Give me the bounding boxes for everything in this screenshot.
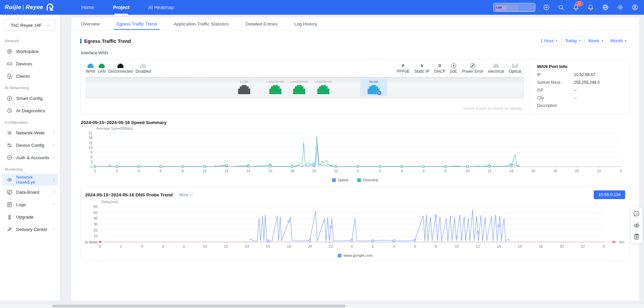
- legend-item-uplink[interactable]: Uplink: [332, 178, 348, 182]
- legend-label: Power Error: [462, 69, 483, 74]
- sidebar-item-label: Device Config: [16, 143, 44, 148]
- svg-text:18: 18: [287, 244, 291, 248]
- nav-item-home[interactable]: Home: [72, 0, 104, 15]
- tab-detailed-entries[interactable]: Detailed Entries: [245, 17, 278, 30]
- svg-text:22: 22: [334, 169, 338, 173]
- dns-probe-chart: Delay(ms)1020304050600246810121416182022…: [85, 199, 625, 253]
- svg-text:20: 20: [575, 169, 579, 173]
- more-button[interactable]: More ›: [177, 192, 193, 198]
- nav-item-ai-heatmap[interactable]: AI Heatmap: [139, 0, 183, 15]
- sidebar-item-label: Data-Board: [16, 190, 39, 195]
- svg-text:0: 0: [99, 244, 101, 248]
- sidebar-item-auth-accounts[interactable]: Auth & Accounts: [2, 151, 58, 164]
- port-lan0[interactable]: LAN0: [231, 80, 258, 94]
- svg-text:16: 16: [531, 169, 535, 173]
- devices-icon: [7, 61, 12, 67]
- svg-text:0: 0: [603, 244, 605, 248]
- bell-icon[interactable]: [587, 4, 594, 11]
- port-status-legend-wan: WAN: [86, 64, 95, 74]
- port-type-legend-pppoe: PPPPoE: [397, 63, 410, 74]
- dns-ip-button[interactable]: 10.55.0.134: [594, 190, 625, 199]
- sidebar-item-delivery-center[interactable]: Delivery Center: [2, 223, 58, 235]
- sidebar-item-devices[interactable]: Devices: [2, 58, 58, 70]
- port-lan3-wan1[interactable]: LAN3/WAN1: [310, 80, 337, 94]
- redacted-block: [507, 4, 535, 12]
- port-lan2-wan2[interactable]: LAN2/WAN2: [286, 80, 313, 94]
- legend-item-www-google-com[interactable]: www.google.com: [338, 253, 373, 257]
- time-range-today[interactable]: Today▼: [561, 36, 585, 46]
- smart-config-icon: [7, 96, 12, 101]
- info-label: Subnet Mask: [537, 80, 574, 85]
- nav-item-project[interactable]: Project: [104, 0, 139, 15]
- port-wan0[interactable]: WAN0D: [360, 78, 387, 96]
- svg-text:10: 10: [466, 169, 470, 173]
- port-lan1-wan3[interactable]: LAN1/WAN3: [262, 80, 289, 94]
- chevron-right-icon: [52, 178, 55, 181]
- wan-info-row-ip: IP10.52.56.57: [537, 72, 623, 77]
- tab-log-history[interactable]: Log History: [293, 17, 318, 30]
- scrollbar-thumb[interactable]: [52, 305, 345, 307]
- sidebar-item-workspace[interactable]: Workspace: [2, 45, 58, 57]
- letter-symbol: D: [438, 63, 441, 68]
- tab-application-traffic-statistics[interactable]: Application Traffic Statistics: [173, 17, 229, 30]
- sidebar-item-logs[interactable]: Logs: [2, 198, 58, 210]
- info-value: 10.52.56.57: [574, 72, 595, 77]
- svg-text:30: 30: [94, 222, 98, 226]
- legend-label: electrical: [488, 69, 504, 74]
- plus-circle-icon[interactable]: [543, 4, 550, 11]
- globe-icon[interactable]: [602, 4, 609, 11]
- tab-overview[interactable]: Overview: [80, 17, 100, 30]
- svg-text:14: 14: [245, 244, 249, 248]
- dhcp-badge: D: [377, 90, 382, 96]
- tab-egress-traffic-trend[interactable]: Egress Traffic Trend: [116, 17, 158, 30]
- chevron-right-icon: [52, 203, 55, 206]
- time-range-month[interactable]: Month▼: [607, 37, 630, 46]
- time-range-1-hour[interactable]: 1 Hour▼: [537, 37, 561, 46]
- svg-text:12: 12: [224, 169, 228, 173]
- sidebar-item-clients[interactable]: Clients: [2, 70, 58, 82]
- sidebar-item-smart-config[interactable]: Smart Config: [2, 92, 58, 104]
- sidebar-item-label: Clients: [16, 74, 30, 79]
- port-hint-text: Select a port to check its details.: [463, 106, 523, 111]
- sidebar-item-ai-diagnostics[interactable]: AIAI Diagnostics: [2, 105, 58, 117]
- svg-text:0: 0: [351, 244, 353, 248]
- svg-text:14: 14: [509, 169, 513, 173]
- svg-text:10: 10: [94, 234, 98, 238]
- legend-label: LAN: [98, 69, 106, 74]
- sidebar-item-label: Network-Wide: [16, 130, 45, 135]
- svg-text:0: 0: [94, 169, 96, 173]
- search-input[interactable]: LOG: [493, 3, 535, 12]
- project-selector[interactable]: TAC Reyee 14F: [4, 19, 56, 31]
- sidebar-item-device-config[interactable]: Device Config: [2, 139, 58, 151]
- user-icon[interactable]: [631, 4, 639, 11]
- svg-text:10: 10: [203, 169, 207, 173]
- svg-text:14: 14: [246, 169, 250, 173]
- speed-summary-title: 2024-05-15~2024-05-16 Speed Summary: [81, 120, 630, 125]
- sidebar-item-label: Upgrade: [16, 214, 34, 220]
- search-icon[interactable]: [557, 4, 565, 11]
- sidebar-item-data-board[interactable]: Data-Board: [2, 186, 58, 198]
- search-text: LOG: [496, 6, 502, 9]
- caret-down-icon: ▼: [601, 40, 604, 42]
- sidebar-item-upgrade[interactable]: Upgrade: [2, 211, 58, 223]
- interface-label: Interface:WAN: [81, 51, 630, 55]
- sidebar: TAC Reyee 14F NetworkWorkspaceDevicesCli…: [0, 15, 60, 301]
- svg-text:60: 60: [94, 204, 98, 208]
- electrical-port-icon: [493, 63, 499, 68]
- chat-icon[interactable]: [633, 210, 640, 217]
- svg-text:6: 6: [414, 244, 416, 248]
- svg-text:18: 18: [553, 169, 557, 173]
- info-label: City: [537, 96, 574, 100]
- sidebar-item-network-wide[interactable]: Network-Wide: [2, 127, 58, 139]
- bell-badge-icon[interactable]: 27: [572, 4, 580, 11]
- time-range-week[interactable]: Week▼: [585, 37, 607, 46]
- gear-icon[interactable]: [616, 4, 624, 11]
- clipboard-icon[interactable]: [633, 233, 640, 240]
- clients-icon: [7, 73, 12, 79]
- hawkeye-pen-icon[interactable]: [633, 222, 640, 229]
- sidebar-item-network-hawkeye[interactable]: Network HawkEye: [2, 174, 58, 186]
- port-panel: WANLANDisconnectedDisabled PPPPoESStatic…: [80, 59, 630, 114]
- legend-swatch: [332, 178, 336, 182]
- legend-item-downlink[interactable]: Downlink: [357, 178, 379, 182]
- top-navbar: Ruijie|Reyee HomeProjectAI Heatmap LOG 2…: [0, 0, 644, 15]
